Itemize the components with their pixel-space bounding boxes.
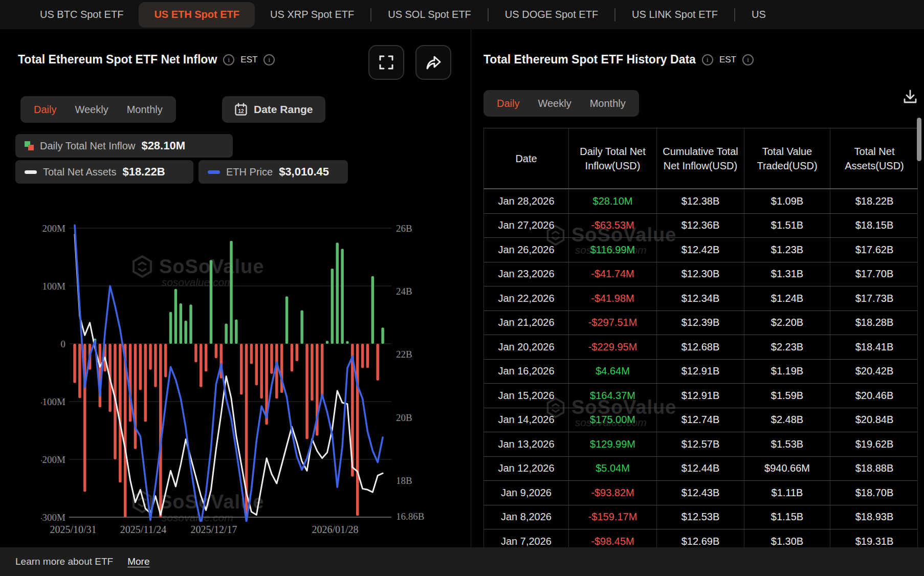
tab-us-link-spot-etf[interactable]: US LINK Spot ETF	[617, 2, 733, 28]
cell-net-assets: $20.42B	[830, 360, 918, 384]
assets-legend-icon	[25, 170, 37, 174]
download-icon	[902, 88, 918, 105]
net-inflow-bar	[311, 344, 314, 401]
cell-daily-inflow: $5.04M	[569, 457, 657, 481]
cell-cumulative-inflow: $12.91B	[657, 360, 744, 384]
net-inflow-bar	[331, 269, 334, 344]
history-table: Date Daily Total Net Inflow(USD) Cumulat…	[483, 128, 918, 547]
table-row: Jan 20,2026-$229.95M$12.68B$2.23B$18.41B	[484, 335, 917, 360]
net-inflow-bar	[260, 344, 263, 398]
legend-label: Total Net Assets	[43, 166, 116, 178]
cell-value-traded: $1.30B	[744, 529, 830, 547]
share-button[interactable]	[415, 45, 451, 80]
footer-bar: Learn more about ETF More	[0, 547, 924, 576]
net-inflow-bar	[305, 344, 309, 439]
net-inflow-bar	[235, 320, 238, 344]
net-inflow-header: Total Ethereum Spot ETF Net Inflow EST	[18, 53, 275, 67]
cell-net-assets: $20.84B	[830, 408, 918, 432]
download-button[interactable]	[899, 86, 921, 107]
cell-daily-inflow: -$229.95M	[569, 335, 657, 359]
chart-period-tabs: Daily Weekly Monthly	[20, 96, 176, 123]
cell-net-assets: $18.41B	[830, 335, 918, 359]
cell-net-assets: $17.73B	[830, 286, 918, 311]
history-title: Total Ethereum Spot ETF History Data	[483, 53, 696, 67]
table-row: Jan 27,2026-$63.53M$12.36B$1.51B$18.15B	[484, 214, 917, 238]
period-daily[interactable]: Daily	[34, 104, 56, 116]
info-icon[interactable]	[223, 54, 234, 65]
legend-value: $28.10M	[141, 139, 185, 152]
tab-us-xrp-spot-etf[interactable]: US XRP Spot ETF	[255, 2, 369, 28]
x-axis-label: 2025/11/24	[120, 524, 166, 535]
table-row: Jan 22,2026-$41.98M$12.34B$1.24B$17.73B	[484, 286, 917, 311]
col-header-value-traded[interactable]: Total Value Traded(USD)	[744, 128, 830, 188]
tab-separator	[370, 8, 371, 21]
col-header-daily-inflow[interactable]: Daily Total Net Inflow(USD)	[569, 128, 657, 188]
tab-us-btc-spot-etf[interactable]: US BTC Spot ETF	[25, 2, 139, 28]
net-inflow-bar	[189, 304, 192, 344]
cell-cumulative-inflow: $12.34B	[657, 286, 744, 311]
table-row: Jan 16,2026$4.64M$12.91B$1.19B$20.42B	[484, 360, 917, 384]
x-axis-label: 2025/10/31	[50, 524, 96, 535]
history-header: Total Ethereum Spot ETF History Data EST	[483, 53, 754, 67]
info-icon[interactable]	[702, 54, 713, 65]
timezone-info-icon[interactable]	[263, 54, 275, 65]
cell-date: Jan 22,2026	[484, 286, 569, 311]
legend-net-assets[interactable]: Total Net Assets $18.22B	[15, 160, 193, 184]
timezone-info-icon[interactable]	[742, 54, 754, 65]
tab-separator	[614, 8, 615, 21]
cell-date: Jan 16,2026	[484, 360, 569, 384]
table-row: Jan 13,2026$129.99M$12.57B$1.53B$19.62B	[484, 432, 917, 457]
net-inflow-bar	[225, 323, 228, 344]
table-row: Jan 15,2026$164.37M$12.91B$1.59B$20.46B	[484, 384, 917, 408]
net-inflow-bar	[321, 344, 324, 398]
net-inflow-bar	[205, 344, 208, 371]
cell-value-traded: $1.11B	[744, 481, 830, 505]
net-inflow-bar	[341, 249, 344, 344]
fullscreen-icon	[379, 55, 394, 70]
cell-date: Jan 27,2026	[484, 214, 569, 238]
tab-us-eth-spot-etf[interactable]: US ETH Spot ETF	[139, 2, 255, 28]
net-inflow-bar	[184, 321, 187, 344]
net-inflow-bar	[250, 344, 253, 364]
left-axis-label: 100M	[42, 281, 66, 292]
col-header-net-assets[interactable]: Total Net Assets(USD)	[830, 128, 918, 188]
date-range-button[interactable]: 12 Date Range	[222, 96, 325, 123]
net-inflow-bar	[144, 344, 147, 422]
cell-daily-inflow: $116.99M	[569, 238, 657, 262]
net-inflow-bar	[169, 312, 172, 344]
period-monthly[interactable]: Monthly	[590, 98, 626, 109]
period-daily[interactable]: Daily	[497, 98, 519, 109]
cell-date: Jan 12,2026	[484, 457, 569, 481]
inflow-legend-icon	[25, 141, 34, 150]
legend-eth-price[interactable]: ETH Price $3,010.45	[199, 160, 348, 184]
table-body[interactable]: Jan 28,2026$28.10M$12.38B$1.09B$18.22BJa…	[483, 189, 918, 547]
net-inflow-bar	[240, 344, 243, 394]
period-monthly[interactable]: Monthly	[127, 104, 163, 116]
period-weekly[interactable]: Weekly	[75, 104, 108, 116]
date-range-label: Date Range	[254, 103, 313, 116]
tab-us[interactable]: US	[736, 2, 781, 28]
col-header-date[interactable]: Date	[484, 128, 569, 188]
net-inflow-bar	[356, 344, 359, 516]
tab-us-doge-spot-etf[interactable]: US DOGE Spot ETF	[490, 2, 613, 28]
left-axis-label: -100M	[41, 396, 65, 407]
cell-net-assets: $18.88B	[830, 457, 918, 481]
footer-more-link[interactable]: More	[127, 556, 149, 567]
cell-cumulative-inflow: $12.91B	[657, 384, 744, 408]
x-axis-label: 2026/01/28	[312, 524, 358, 535]
fullscreen-button[interactable]	[368, 45, 404, 80]
net-inflow-bar	[180, 303, 183, 344]
svg-text:12: 12	[238, 108, 244, 114]
net-inflow-bar	[194, 344, 197, 362]
table-header-row: Date Daily Total Net Inflow(USD) Cumulat…	[483, 128, 918, 189]
cell-date: Jan 7,2026	[484, 529, 569, 547]
tab-us-sol-spot-etf[interactable]: US SOL Spot ETF	[372, 2, 487, 28]
legend-value: $18.22B	[122, 165, 165, 179]
period-weekly[interactable]: Weekly	[538, 98, 571, 109]
legend-net-inflow[interactable]: Daily Total Net Inflow $28.10M	[15, 134, 233, 158]
left-axis-label: -200M	[41, 454, 65, 465]
table-scrollbar-thumb[interactable]	[917, 118, 921, 161]
net-inflow-bar	[78, 344, 81, 398]
col-header-cumulative-inflow[interactable]: Cumulative Total Net Inflow(USD)	[657, 128, 744, 188]
net-inflow-bar	[336, 242, 339, 344]
